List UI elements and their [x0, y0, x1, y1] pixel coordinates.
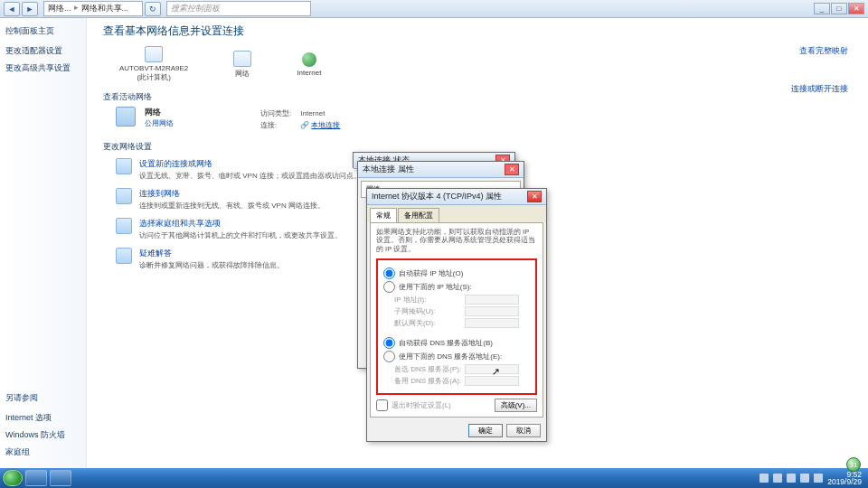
link-icon: 🔗	[300, 121, 309, 129]
tcp-highlight-box: 自动获得 IP 地址(O) 使用下面的 IP 地址(S): IP 地址(I): …	[376, 258, 537, 395]
start-button[interactable]	[3, 470, 23, 486]
map-node-network[interactable]: 网络	[233, 51, 251, 79]
connection-label: 连接:	[257, 120, 295, 130]
radio-manual-ip[interactable]	[383, 281, 395, 293]
active-net-type-link[interactable]: 公用网络	[145, 119, 174, 127]
active-net-icon	[116, 107, 136, 127]
tray-tool-icon[interactable]	[800, 474, 809, 483]
radio-auto-dns-label: 自动获得 DNS 服务器地址(B)	[399, 338, 493, 348]
connect-network-link[interactable]: 连接到网络	[139, 189, 180, 198]
dns-alt-input	[465, 376, 519, 386]
item-desc: 设置无线、宽带、拨号、临时或 VPN 连接；或设置路由器或访问点。	[139, 171, 361, 181]
access-type-label: 访问类型:	[257, 108, 295, 118]
dialog-properties-title: 本地连接 属性	[363, 164, 414, 175]
taskbar: 9:52 2019/9/29	[0, 468, 868, 488]
troubleshoot-link[interactable]: 疑难解答	[139, 249, 172, 258]
dns-pref-input	[465, 364, 519, 374]
validate-label: 退出时验证设置(L)	[392, 400, 451, 410]
new-connection-icon	[116, 158, 132, 174]
tray-volume-icon[interactable]	[787, 474, 796, 483]
globe-icon	[302, 52, 316, 67]
sidebar-home-link[interactable]: 控制面板主页	[5, 25, 80, 37]
gateway-input	[465, 318, 519, 328]
homegroup-link[interactable]: 选择家庭组和共享选项	[139, 219, 221, 228]
network-map: AUTOBVT-M2RA9E2 (此计算机) 网络 Internet	[119, 46, 852, 82]
access-type-value: Internet	[297, 108, 344, 118]
map-node2-label: 网络	[235, 69, 250, 79]
troubleshoot-icon	[116, 248, 132, 264]
item-desc: 连接到或重新连接到无线、有线、拨号或 VPN 网络连接。	[139, 201, 325, 211]
network-icon	[233, 51, 251, 67]
radio-auto-ip[interactable]	[383, 267, 395, 279]
validate-checkbox[interactable]	[376, 399, 388, 411]
tray-network-icon[interactable]	[773, 474, 782, 483]
clock-date[interactable]: 2019/9/29	[827, 478, 862, 486]
subnet-input	[465, 306, 519, 316]
map-node-internet[interactable]: Internet	[297, 52, 321, 77]
sidebar-also-heading: 另请参阅	[5, 392, 80, 404]
dns-pref-label: 首选 DNS 服务器(P):	[394, 364, 465, 374]
advanced-button[interactable]: 高级(V)...	[495, 399, 537, 412]
radio-manual-dns[interactable]	[383, 351, 395, 362]
sidebar-homegroup[interactable]: 家庭组	[5, 446, 80, 458]
sidebar-firewall[interactable]: Windows 防火墙	[5, 429, 80, 441]
taskbar-button-explorer[interactable]	[25, 470, 47, 486]
ip-label: IP 地址(I):	[394, 295, 465, 305]
radio-manual-ip-label: 使用下面的 IP 地址(S):	[399, 282, 472, 292]
sidebar-adapter-link[interactable]: 更改适配器设置	[5, 45, 80, 57]
nav-fwd-button[interactable]: ►	[22, 2, 38, 16]
active-net-name: 网络	[145, 108, 161, 117]
close-button[interactable]: ✕	[848, 3, 864, 14]
subnet-label: 子网掩码(U):	[394, 306, 465, 316]
tray-misc-icon[interactable]	[814, 474, 823, 483]
dns-alt-label: 备用 DNS 服务器(A):	[394, 376, 465, 386]
radio-auto-dns[interactable]	[383, 337, 395, 349]
maximize-button[interactable]: □	[831, 3, 847, 14]
sidebar-internet-options[interactable]: Internet 选项	[5, 412, 80, 424]
map-node1-sub: (此计算机)	[137, 72, 171, 82]
new-connection-link[interactable]: 设置新的连接或网络	[139, 159, 212, 168]
homegroup-icon	[116, 218, 132, 234]
nav-back-button[interactable]: ◄	[4, 2, 20, 16]
item-desc: 诊断并修复网络问题，或获得故障排除信息。	[139, 260, 284, 270]
item-desc: 访问位于其他网络计算机上的文件和打印机，或更改共享设置。	[139, 230, 342, 240]
ip-input	[465, 295, 519, 305]
tray-flag-icon[interactable]	[760, 474, 769, 483]
dialog-tcp-title: Internet 协议版本 4 (TCP/IPv4) 属性	[372, 191, 502, 202]
active-networks-heading: 查看活动网络	[103, 91, 852, 103]
tab-alternate[interactable]: 备用配置	[398, 208, 439, 222]
window-titlebar: ◄ ► 网络... ▸ 网络和共享... ↻ 搜索控制面板 _ □ ✕	[0, 0, 868, 18]
gateway-label: 默认网关(D):	[394, 318, 465, 328]
crumb-net[interactable]: 网络...	[48, 3, 71, 14]
radio-manual-dns-label: 使用下面的 DNS 服务器地址(E):	[399, 352, 502, 361]
ok-button[interactable]: 确定	[468, 424, 503, 437]
map-node-computer[interactable]: AUTOBVT-M2RA9E2 (此计算机)	[119, 46, 188, 82]
page-title: 查看基本网络信息并设置连接	[103, 23, 852, 39]
map-node1-label: AUTOBVT-M2RA9E2	[119, 64, 188, 72]
connect-icon	[116, 188, 132, 204]
refresh-button[interactable]: ↻	[145, 2, 161, 16]
close-icon[interactable]: ✕	[505, 164, 519, 175]
search-input[interactable]: 搜索控制面板	[166, 1, 311, 16]
radio-auto-ip-label: 自动获得 IP 地址(O)	[399, 268, 463, 278]
crumb-sharing[interactable]: 网络和共享...	[81, 3, 129, 14]
system-tray: 9:52 2019/9/29	[760, 471, 865, 486]
crumb-sep-icon: ▸	[74, 3, 79, 14]
map-node3-label: Internet	[297, 69, 321, 77]
tab-general[interactable]: 常规	[370, 208, 397, 222]
see-full-map-link[interactable]: 查看完整映射	[799, 45, 848, 57]
close-icon[interactable]: ✕	[527, 191, 542, 202]
tcp-hint: 如果网络支持此功能，则可以获取自动指派的 IP 设置。否则，你需要从网络系统管理…	[376, 228, 537, 253]
connect-disconnect-link[interactable]: 连接或断开连接	[791, 83, 848, 95]
sidebar: 控制面板主页 更改适配器设置 更改高级共享设置 另请参阅 Internet 选项…	[0, 18, 87, 468]
breadcrumb[interactable]: 网络... ▸ 网络和共享...	[43, 1, 143, 16]
cancel-button[interactable]: 取消	[506, 424, 541, 437]
minimize-button[interactable]: _	[814, 3, 830, 14]
taskbar-button-app[interactable]	[50, 470, 71, 486]
sidebar-sharing-link[interactable]: 更改高级共享设置	[5, 62, 80, 74]
computer-icon	[145, 46, 163, 62]
connection-link[interactable]: 本地连接	[311, 121, 340, 129]
dialog-tcpipv4: Internet 协议版本 4 (TCP/IPv4) 属性✕ 常规 备用配置 如…	[366, 188, 547, 442]
notification-badge[interactable]: 31	[846, 457, 861, 472]
